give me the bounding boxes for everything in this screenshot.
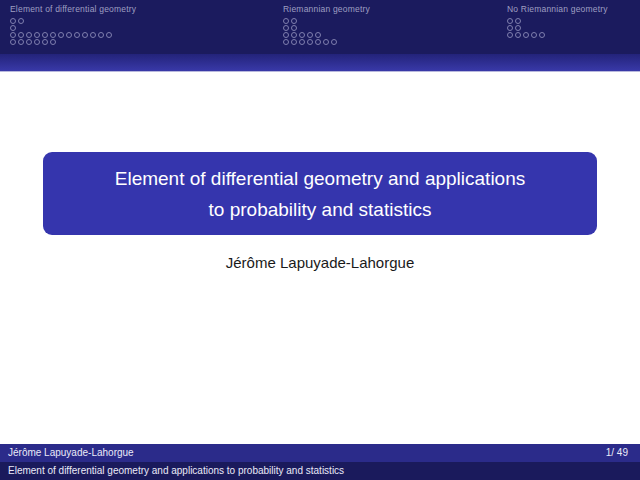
slide-dot[interactable] [291,39,297,45]
slide-dot[interactable] [50,32,56,38]
slide-dot[interactable] [291,25,297,31]
navigation-header: Element of differential geometryRiemanni… [0,0,640,54]
slide-dot[interactable] [331,39,337,45]
slide-dot[interactable] [307,32,313,38]
slide-dot[interactable] [66,32,72,38]
slide-dot[interactable] [58,32,64,38]
slide-dot[interactable] [26,32,32,38]
slide-dot[interactable] [98,32,104,38]
slide-dot[interactable] [18,18,24,24]
slide-dot[interactable] [42,39,48,45]
slide-dot[interactable] [299,39,305,45]
nav-section-3: No Riemannian geometry [507,4,608,39]
slide-dot-row [507,32,608,39]
slide-dot[interactable] [18,32,24,38]
footer-author-bar: Jérôme Lapuyade-Lahorgue 1/ 49 [0,444,640,462]
slide-dot[interactable] [315,32,321,38]
slide-dot[interactable] [26,39,32,45]
slide-dot[interactable] [507,32,513,38]
slide-dot[interactable] [10,32,16,38]
slide-dot[interactable] [523,32,529,38]
footer-title-bar: Element of differential geometry and app… [0,462,640,480]
slide-dot[interactable] [283,32,289,38]
slide-dot-row [283,32,370,39]
slide-dot[interactable] [283,18,289,24]
slide-dot[interactable] [507,18,513,24]
slide-dot[interactable] [515,32,521,38]
slide-title-line1: Element of differential geometry and app… [43,163,597,194]
slide-dot-row [10,32,136,39]
slide-dot[interactable] [515,18,521,24]
slide-dot-row [10,39,136,46]
nav-section-2: Riemannian geometry [283,4,370,46]
nav-section-title[interactable]: Riemannian geometry [283,4,370,15]
slide-dot[interactable] [10,39,16,45]
nav-section-1: Element of differential geometry [10,4,136,46]
slide-dot[interactable] [74,32,80,38]
slide-dot[interactable] [34,39,40,45]
slide-dot[interactable] [507,25,513,31]
nav-section-title[interactable]: Element of differential geometry [10,4,136,15]
accent-bar [0,54,640,72]
nav-section-title[interactable]: No Riemannian geometry [507,4,608,15]
footer-author: Jérôme Lapuyade-Lahorgue [8,444,134,462]
slide-dot[interactable] [291,18,297,24]
slide-dot[interactable] [18,39,24,45]
footer-page-number: 1/ 49 [606,444,628,462]
slide-dot[interactable] [515,25,521,31]
slide-dot[interactable] [90,32,96,38]
slide-dot[interactable] [299,32,305,38]
slide-dot[interactable] [10,18,16,24]
slide-dot[interactable] [283,39,289,45]
slide-dot[interactable] [10,25,16,31]
slide-dot[interactable] [315,39,321,45]
slide-dot[interactable] [42,32,48,38]
footer-title: Element of differential geometry and app… [8,462,344,480]
slide-dot[interactable] [323,39,329,45]
slide-dot[interactable] [82,32,88,38]
slide-dot[interactable] [50,39,56,45]
slide-body: Element of differential geometry and app… [0,72,640,444]
slide-dot[interactable] [291,32,297,38]
slide-dot[interactable] [283,25,289,31]
presentation-slide: Element of differential geometryRiemanni… [0,0,640,480]
slide-dot-row [507,25,608,32]
slide-dot[interactable] [531,32,537,38]
slide-title-line2: to probability and statistics [43,194,597,225]
slide-dot-row [10,18,136,25]
author-name: Jérôme Lapuyade-Lahorgue [0,254,640,271]
slide-dot-row [283,25,370,32]
slide-dot[interactable] [106,32,112,38]
slide-dot-row [507,18,608,25]
slide-dot[interactable] [539,32,545,38]
slide-dot-row [283,39,370,46]
slide-dot[interactable] [34,32,40,38]
title-box: Element of differential geometry and app… [43,152,597,235]
slide-dot-row [10,25,136,32]
slide-dot[interactable] [307,39,313,45]
slide-dot-row [283,18,370,25]
